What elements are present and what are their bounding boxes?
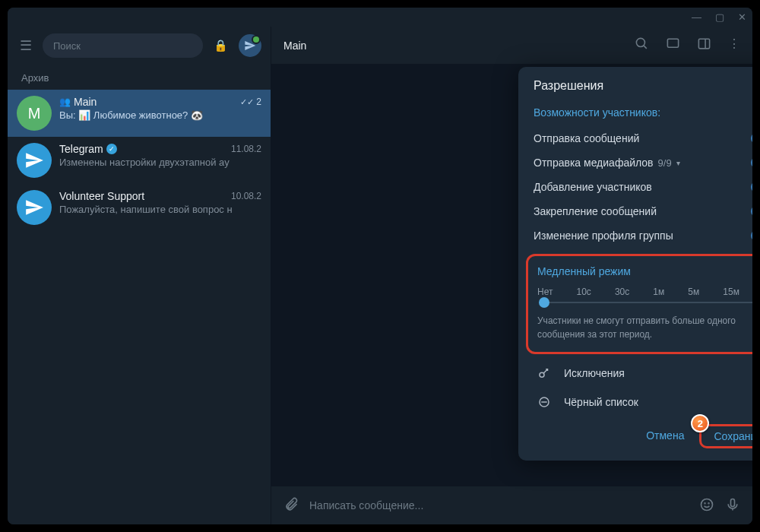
slow-mode-title: Медленный режим [537,265,752,277]
dialog-title: Разрешения [518,79,752,103]
slider-labels: Нет10с30с1м5м15м1ч [537,287,752,297]
blacklist-row[interactable]: Чёрный список [518,388,752,416]
chat-name: Volunteer Support [59,190,144,202]
permission-row[interactable]: Закрепление сообщений ✓ [518,199,752,223]
send-plane-icon[interactable] [239,34,261,57]
slider-label[interactable]: 30с [615,287,629,297]
chevron-down-icon: ▾ [676,159,680,167]
permission-row[interactable]: Изменение профиля группы ✓ [518,223,752,248]
slider-label[interactable]: 10с [577,287,591,297]
permission-label: Отправка медиафайлов 9/9 ▾ [534,157,680,169]
chat-name: 👥 Main [59,96,97,108]
cancel-button[interactable]: Отмена [635,424,695,448]
slider-label[interactable]: 1м [653,287,664,297]
window-maximize[interactable]: ▢ [715,11,724,23]
slow-mode-description: Участники не смогут отправить больше одн… [537,314,752,341]
chat-avatar [17,143,52,178]
svg-rect-3 [698,39,709,49]
group-icon: 👥 [59,97,71,107]
slider-label[interactable]: Нет [537,287,553,297]
sidepanel-icon[interactable] [697,36,711,54]
chat-item[interactable]: M 👥 Main ✓✓2 Вы: 📊 Любимое животное? 🐼 [8,90,271,137]
permission-label: Изменение профиля группы [534,230,673,242]
dialog-section-label: Возможности участников: [518,103,752,126]
chat-title[interactable]: Main [283,40,306,52]
chat-icon[interactable] [666,36,680,54]
permission-row[interactable]: Добавление участников ✓ [518,175,752,199]
chat-avatar [17,190,52,225]
toggle-switch[interactable]: ✓ [751,230,752,241]
blocked-icon [537,395,552,409]
chat-item[interactable]: Volunteer Support 10.08.2 Пожалуйста, на… [8,184,271,231]
svg-point-9 [540,372,544,377]
lock-icon[interactable]: 🔒 [211,36,231,55]
chat-date: 10.08.2 [231,191,261,201]
slider-label[interactable]: 15м [723,287,739,297]
chat-name: Telegram ✓ [59,143,117,155]
toggle-switch[interactable]: ✓ [751,133,752,144]
chat-avatar: M [17,96,52,131]
permission-label: Закрепление сообщений [534,205,657,217]
chat-preview: Вы: 📊 Любимое животное? 🐼 [59,109,261,121]
chat-preview: Изменены настройки двухэтапной ау [59,157,261,168]
window-close[interactable]: ✕ [738,11,746,23]
message-input[interactable]: Написать сообщение... [309,499,689,511]
permission-row[interactable]: Отправка медиафайлов 9/9 ▾ ✓ [518,150,752,175]
emoji-icon[interactable] [699,497,714,515]
permissions-dialog: Разрешения Возможности участников: Отпра… [518,67,752,461]
slider-handle[interactable] [539,297,549,308]
toggle-switch[interactable]: ✓ [751,206,752,217]
chat-date: 11.08.2 [231,144,261,154]
svg-line-1 [644,46,647,49]
save-button-highlight: 2 Сохранить [699,424,752,448]
mic-icon[interactable] [725,497,740,515]
annotation-badge-2: 2 [691,414,709,432]
permission-label: Отправка сообщений [534,132,639,144]
chat-preview: Пожалуйста, напишите свой вопрос н [59,204,261,215]
toggle-switch[interactable]: ✓ [751,157,752,168]
archive-label: Архив [8,65,271,90]
slow-mode-slider[interactable] [539,302,752,303]
exclusions-row[interactable]: Исключения [518,359,752,388]
chat-header: Main ⋮ [271,27,752,65]
main-area: Main ⋮ [271,27,752,524]
permission-label: Добавление участников [534,181,652,193]
window-minimize[interactable]: — [692,11,701,23]
svg-point-6 [705,502,705,503]
search-input[interactable]: Поиск [43,33,203,58]
titlebar: — ▢ ✕ [8,8,752,27]
read-checks-icon: ✓✓ [240,97,254,106]
search-icon[interactable] [635,36,649,54]
svg-point-7 [708,502,709,503]
attach-icon[interactable] [283,497,299,515]
verified-icon: ✓ [106,144,117,154]
key-icon [537,366,552,380]
search-placeholder: Поиск [53,40,81,52]
toggle-switch[interactable]: ✓ [751,182,752,192]
sidebar: ☰ Поиск 🔒 Архив M 👥 Main ✓✓2 [8,27,271,524]
app-window: — ▢ ✕ ☰ Поиск 🔒 Архив M 👥 Mai [8,8,752,524]
permission-row[interactable]: Отправка сообщений ✓ [518,126,752,150]
chat-date: ✓✓2 [240,97,261,107]
menu-icon[interactable]: ☰ [17,34,35,57]
svg-rect-8 [731,499,735,506]
slow-mode-section: 1 Медленный режим Нет10с30с1м5м15м1ч Уча… [526,254,752,354]
svg-point-0 [636,38,644,46]
message-input-bar: Написать сообщение... [271,486,752,524]
svg-point-5 [701,499,713,510]
chat-item[interactable]: Telegram ✓ 11.08.2 Изменены настройки дв… [8,137,271,184]
slider-label[interactable]: 5м [688,287,699,297]
save-button[interactable]: Сохранить [711,428,752,445]
more-icon[interactable]: ⋮ [728,36,740,54]
svg-rect-2 [667,39,678,47]
